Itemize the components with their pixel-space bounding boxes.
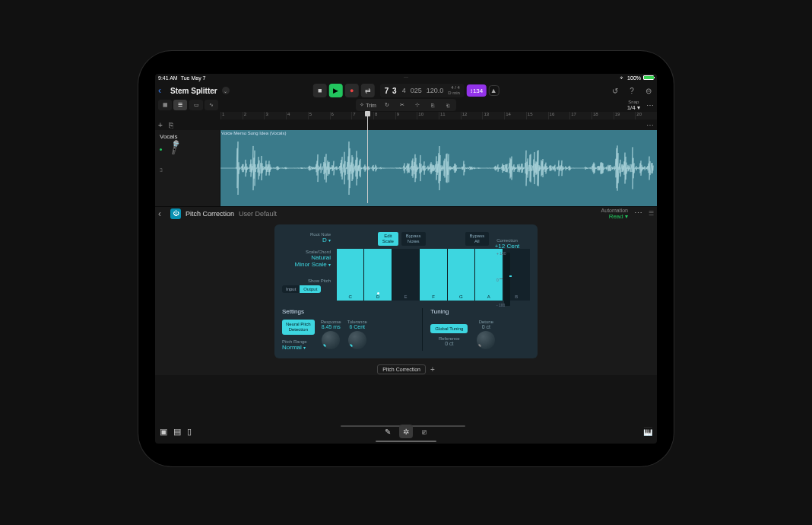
detune-knob[interactable] xyxy=(477,331,495,349)
plugin-preset[interactable]: User Default xyxy=(239,210,277,218)
tempo-button[interactable]: ↕134 xyxy=(467,84,486,97)
help-icon[interactable]: ? xyxy=(626,85,637,96)
white-key-D[interactable]: D xyxy=(364,249,392,301)
add-track-button[interactable]: + xyxy=(158,121,163,129)
bypass-notes-button[interactable]: Bypass Notes xyxy=(401,232,426,246)
position-bars: 7 3 xyxy=(385,87,398,95)
ruler-mark: 20 xyxy=(635,112,657,119)
correction-value: +12 Cent xyxy=(492,243,522,250)
automation-mode[interactable]: Read ▾ xyxy=(601,213,628,220)
view-region-button[interactable]: ▭ xyxy=(189,100,203,110)
notes-icon[interactable]: ▯ xyxy=(187,427,192,437)
snap-menu[interactable]: Snap 1/4 ▾ xyxy=(627,100,640,111)
ruler-mark: 10 xyxy=(417,112,439,119)
duplicate-track-button[interactable]: ⎘ xyxy=(169,121,173,129)
add-plugin-button[interactable]: + xyxy=(430,365,435,374)
browser-icon[interactable]: ▤ xyxy=(173,427,181,437)
tolerance-knob[interactable] xyxy=(348,331,366,349)
global-tuning-button[interactable]: Global Tuning xyxy=(430,324,468,333)
automation-label: Automation xyxy=(601,208,628,213)
plugin-tab[interactable]: Pitch Correction xyxy=(377,364,426,374)
play-button[interactable]: ▶ xyxy=(329,84,343,97)
white-key-G[interactable]: G xyxy=(448,249,475,301)
lcd-display[interactable]: 7 3 4 025 120.0 4 / 4 D min xyxy=(380,84,465,97)
track-number: 3 xyxy=(160,167,215,173)
playhead[interactable] xyxy=(365,111,370,116)
back-button[interactable]: ‹ xyxy=(158,85,166,96)
timeline-ruler[interactable]: 1234567891011121314151617181920 xyxy=(155,112,657,119)
plugin-power-button[interactable]: ⏻ xyxy=(170,208,181,219)
plugin-menu-icon[interactable]: ☰ xyxy=(649,210,654,217)
ruler-mark: 6 xyxy=(330,112,352,119)
library-icon[interactable]: ▣ xyxy=(160,427,167,437)
view-list-button[interactable]: ☰ xyxy=(173,100,187,110)
edit-tools: ✧ Trim ↻ ✂ ⊹ ⎘ ⎗ xyxy=(356,99,456,111)
plugin-back-button[interactable]: ‹ xyxy=(158,208,166,219)
scale-value[interactable]: Natural Minor Scale ▾ xyxy=(282,254,331,268)
key-sig: D min xyxy=(448,91,460,96)
screen: 9:41 AM Tue May 7 ᯤ 100% ‹ Stem Splitter… xyxy=(155,74,657,444)
ruler-mark: 4 xyxy=(286,112,308,119)
status-date: Tue May 7 xyxy=(181,75,206,81)
output-button[interactable]: Output xyxy=(300,285,321,293)
cycle-button[interactable]: ⇄ xyxy=(361,84,375,97)
home-indicator[interactable] xyxy=(376,441,436,442)
ruler-mark: 16 xyxy=(548,112,570,119)
ruler-mark: 9 xyxy=(395,112,417,119)
status-time: 9:41 AM xyxy=(158,75,178,81)
record-button[interactable]: ● xyxy=(345,84,359,97)
stop-button[interactable]: ■ xyxy=(313,84,327,97)
history-icon[interactable]: ↺ xyxy=(610,85,620,96)
pitch-correction-panel: Root Note D ▾ Scale/Chord Natural Minor … xyxy=(274,224,538,358)
project-dropdown[interactable]: ⌄ xyxy=(222,87,230,94)
audio-region[interactable]: Voice Memo Song Idea (Vocals) xyxy=(220,130,657,206)
trim-tool[interactable]: ✧ Trim xyxy=(357,100,379,110)
plugin-more-icon[interactable]: ⋯ xyxy=(634,208,642,218)
loop-tool[interactable]: ↻ xyxy=(380,100,394,110)
white-key-E[interactable]: E xyxy=(392,249,420,301)
split-tool[interactable]: ✂ xyxy=(395,100,409,110)
track-more-icon[interactable]: ⋯ xyxy=(646,121,654,129)
project-title[interactable]: Stem Splitter xyxy=(170,87,217,95)
ruler-mark: 5 xyxy=(308,112,330,119)
record-enable-dot[interactable] xyxy=(160,148,162,151)
mixer-icon[interactable]: ⎚ xyxy=(417,425,431,438)
reference-value: 0 ct xyxy=(430,341,468,346)
notch-dots xyxy=(404,77,408,78)
join-tool[interactable]: ⊹ xyxy=(411,100,424,110)
keyboard-icon[interactable]: 🎹 xyxy=(643,428,652,436)
view-automation-button[interactable]: ∿ xyxy=(205,100,218,110)
toolbar-more-icon[interactable]: ⋯ xyxy=(646,101,654,110)
settings-heading: Settings xyxy=(282,308,414,315)
battery-icon xyxy=(643,75,654,80)
pencil-icon[interactable]: ✎ xyxy=(381,425,395,438)
paste-tool[interactable]: ⎗ xyxy=(441,100,455,110)
ruler-mark: 11 xyxy=(439,112,461,119)
ruler-mark: 2 xyxy=(243,112,265,119)
tolerance-value: 6 Cent xyxy=(347,324,367,329)
input-button[interactable]: Input xyxy=(282,285,300,293)
pitch-range-value[interactable]: Normal ▾ xyxy=(282,344,315,351)
view-grid-button[interactable]: ▦ xyxy=(158,100,172,110)
neural-pitch-button[interactable]: Neural Pitch Detection xyxy=(282,320,315,335)
white-key-C[interactable]: C xyxy=(337,249,364,301)
fx-icon[interactable]: ✲ xyxy=(399,425,413,438)
ruler-mark: 1 xyxy=(220,112,243,119)
track-name: Vocals xyxy=(160,133,215,140)
response-value: 8.45 ms xyxy=(321,324,341,329)
copy-tool[interactable]: ⎘ xyxy=(426,100,439,110)
tracks-area: Vocals 🎤 3 Voice Memo Song Idea (Vocals) xyxy=(155,130,657,206)
plugin-tabbar: Pitch Correction + xyxy=(155,363,657,375)
ruler-mark: 13 xyxy=(482,112,504,119)
settings-icon[interactable]: ⊖ xyxy=(643,85,654,96)
track-header[interactable]: Vocals 🎤 3 xyxy=(155,130,220,206)
bypass-all-button[interactable]: Bypass All xyxy=(465,232,490,246)
white-key-F[interactable]: F xyxy=(420,249,447,301)
battery-percent: 100% xyxy=(627,75,641,81)
metronome-button[interactable]: ▲ xyxy=(488,85,499,96)
response-knob[interactable] xyxy=(322,331,340,349)
root-note-value[interactable]: D ▾ xyxy=(282,237,331,243)
ruler-mark: 3 xyxy=(264,112,286,119)
time-sig: 4 / 4 xyxy=(448,85,460,91)
edit-scale-button[interactable]: Edit Scale xyxy=(378,232,398,246)
